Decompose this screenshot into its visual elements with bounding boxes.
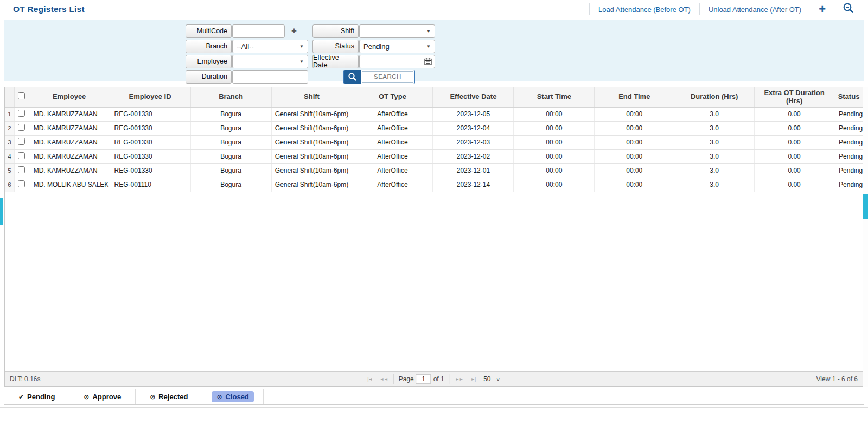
cell-shift: General Shift(10am-6pm) xyxy=(271,135,352,149)
left-panel-handle[interactable] xyxy=(0,198,3,225)
cell-employee-id: REG-001330 xyxy=(110,121,190,135)
toggle-search-button[interactable] xyxy=(834,3,863,15)
multicode-input[interactable] xyxy=(237,25,284,37)
next-page-button[interactable]: ►► xyxy=(451,376,467,382)
row-number: 5 xyxy=(5,163,14,178)
branch-label: Branch xyxy=(186,40,232,53)
row-checkbox-cell xyxy=(14,163,29,178)
col-branch[interactable]: Branch xyxy=(190,87,271,107)
col-employee[interactable]: Employee xyxy=(29,87,110,107)
duration-input[interactable] xyxy=(237,71,308,83)
page-of-label: of 1 xyxy=(431,375,446,383)
col-start-time[interactable]: Start Time xyxy=(514,87,595,107)
legend-rejected-label: Rejected xyxy=(158,393,188,401)
cell-effective-date: 2023-12-03 xyxy=(433,135,514,149)
cell-duration: 3.0 xyxy=(674,135,755,149)
pager-divider xyxy=(394,374,394,384)
table-row[interactable]: 4MD. KAMRUZZAMANREG-001330BoguraGeneral … xyxy=(5,149,863,163)
last-page-button[interactable]: ►| xyxy=(467,376,480,382)
cell-start-time: 00:00 xyxy=(514,178,595,192)
table-row[interactable]: 5MD. KAMRUZZAMANREG-001330BoguraGeneral … xyxy=(5,163,863,178)
search-icon xyxy=(344,70,361,84)
legend-approve[interactable]: ⊘Approve xyxy=(69,389,136,404)
cell-status: Pending xyxy=(834,107,863,121)
row-checkbox[interactable] xyxy=(18,110,25,117)
table-row[interactable]: 1MD. KAMRUZZAMANREG-001330BoguraGeneral … xyxy=(5,107,863,121)
cell-extra-ot: 0.00 xyxy=(755,107,834,121)
cell-branch: Bogura xyxy=(190,135,271,149)
zoom-out-icon xyxy=(843,2,854,16)
load-attendance-button[interactable]: Load Attendance (Before OT) xyxy=(589,3,699,15)
table-row[interactable]: 6MD. MOLLIK ABU SALEKREG-001110BoguraGen… xyxy=(5,178,863,192)
shift-label: Shift xyxy=(312,24,359,38)
col-extra-ot-duration[interactable]: Extra OT Duration (Hrs) xyxy=(755,87,834,107)
cell-employee: MD. KAMRUZZAMAN xyxy=(29,135,110,149)
row-number-header xyxy=(5,87,14,107)
status-value: Pending xyxy=(363,42,390,51)
page-size-value: 50 xyxy=(483,375,490,383)
top-actions: Load Attendance (Before OT) Unload Atten… xyxy=(589,0,863,18)
col-employee-id[interactable]: Employee ID xyxy=(110,87,190,107)
effective-date-input[interactable] xyxy=(363,55,424,68)
row-number: 6 xyxy=(5,178,14,192)
cell-employee: MD. KAMRUZZAMAN xyxy=(29,121,110,135)
select-all-checkbox[interactable] xyxy=(18,92,25,99)
chevron-down-icon: ▼ xyxy=(299,59,308,64)
table-row[interactable]: 3MD. KAMRUZZAMANREG-001330BoguraGeneral … xyxy=(5,135,863,149)
status-legend: ✔Pending ⊘Approve ⊘Rejected ⊘Closed xyxy=(4,389,864,405)
row-checkbox-cell xyxy=(14,178,29,192)
row-checkbox[interactable] xyxy=(18,124,25,131)
pager-bar: DLT: 0.16s |◄ ◄◄ Page of 1 ►► ►| 50 ∨ Vi… xyxy=(5,371,863,386)
pager-controls: |◄ ◄◄ Page of 1 ►► ►| 50 ∨ xyxy=(363,372,505,386)
add-button[interactable]: + xyxy=(810,3,834,15)
status-select[interactable]: Pending ▼ xyxy=(359,40,435,53)
page-size-select[interactable]: 50 ∨ xyxy=(479,375,505,383)
cell-end-time: 00:00 xyxy=(595,163,674,178)
table-row[interactable]: 2MD. KAMRUZZAMANREG-001330BoguraGeneral … xyxy=(5,121,863,135)
legend-pending[interactable]: ✔Pending xyxy=(4,389,69,404)
view-range-info: View 1 - 6 of 6 xyxy=(816,375,864,383)
col-duration[interactable]: Duration (Hrs) xyxy=(674,87,755,107)
col-ot-type[interactable]: OT Type xyxy=(352,87,433,107)
row-checkbox-cell xyxy=(14,121,29,135)
legend-closed[interactable]: ⊘Closed xyxy=(202,389,263,404)
col-end-time[interactable]: End Time xyxy=(595,87,674,107)
cell-employee: MD. KAMRUZZAMAN xyxy=(29,163,110,178)
prev-page-button[interactable]: ◄◄ xyxy=(376,376,392,382)
right-scroll-thumb[interactable] xyxy=(863,194,868,219)
row-checkbox[interactable] xyxy=(18,166,25,173)
row-checkbox[interactable] xyxy=(18,152,25,159)
cell-end-time: 00:00 xyxy=(595,135,674,149)
page-number-input[interactable] xyxy=(416,374,431,384)
cell-effective-date: 2023-12-02 xyxy=(433,149,514,163)
branch-select[interactable]: --All-- ▼ xyxy=(232,40,308,53)
row-number: 2 xyxy=(5,121,14,135)
cell-extra-ot: 0.00 xyxy=(755,149,834,163)
employee-select[interactable]: ▼ xyxy=(232,55,308,68)
col-effective-date[interactable]: Effective Date xyxy=(433,87,514,107)
duration-field-wrap xyxy=(232,70,308,84)
chevron-down-icon: ∨ xyxy=(496,376,500,382)
search-button[interactable]: SEARCH xyxy=(343,70,415,84)
check-icon: ✔ xyxy=(18,393,24,401)
first-page-button[interactable]: |◄ xyxy=(363,376,376,382)
cell-extra-ot: 0.00 xyxy=(755,135,834,149)
row-checkbox[interactable] xyxy=(18,180,25,187)
calendar-icon[interactable] xyxy=(424,58,435,65)
cell-shift: General Shift(10am-6pm) xyxy=(271,149,352,163)
duration-label: Duration xyxy=(186,70,232,84)
legend-rejected[interactable]: ⊘Rejected xyxy=(136,389,202,404)
col-status[interactable]: Status xyxy=(834,87,863,107)
cell-extra-ot: 0.00 xyxy=(755,121,834,135)
cell-end-time: 00:00 xyxy=(595,178,674,192)
cell-duration: 3.0 xyxy=(674,149,755,163)
cell-duration: 3.0 xyxy=(674,163,755,178)
row-checkbox-cell xyxy=(14,107,29,121)
page-title: OT Registers List xyxy=(13,4,85,14)
multicode-add-icon[interactable]: + xyxy=(291,26,297,36)
shift-select[interactable]: ▼ xyxy=(359,24,435,38)
unload-attendance-button[interactable]: Unload Attendance (After OT) xyxy=(699,3,810,15)
row-checkbox[interactable] xyxy=(18,138,25,145)
col-shift[interactable]: Shift xyxy=(271,87,352,107)
cell-start-time: 00:00 xyxy=(514,107,595,121)
